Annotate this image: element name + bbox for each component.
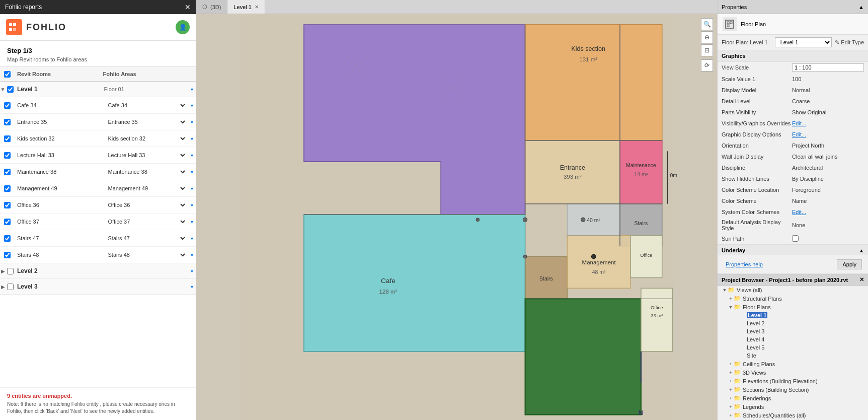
tree-item[interactable]: ▼📁Floor Plans — [718, 303, 868, 311]
tree-item[interactable]: Level 5 — [718, 343, 868, 352]
room-dropdown-arrow[interactable]: ▾ — [188, 136, 196, 142]
room-checkbox[interactable] — [4, 152, 11, 159]
tree-item[interactable]: +📁Ceiling Plans — [718, 360, 868, 368]
svg-text:Maintenance: Maintenance — [626, 163, 656, 168]
level-3-expand-icon[interactable]: ▶ — [1, 284, 5, 290]
tree-expand-icon[interactable]: + — [728, 379, 734, 384]
room-mapping-select[interactable]: Office 37 — [104, 217, 187, 226]
room-mapping-select[interactable]: Maintenance 38 — [104, 167, 187, 176]
room-mapping-select[interactable]: Stairs 48 — [104, 250, 187, 259]
room-checkbox[interactable] — [4, 235, 11, 242]
tab-level1-close-icon[interactable]: ✕ — [255, 4, 259, 10]
room-checkbox[interactable] — [4, 185, 11, 192]
close-icon[interactable]: ✕ — [185, 3, 191, 11]
room-mapping-select[interactable]: Office 36 — [104, 200, 187, 209]
user-avatar[interactable]: 👤 — [176, 20, 190, 34]
tree-expand-icon[interactable]: + — [728, 387, 734, 392]
level-1-checkbox[interactable] — [7, 86, 14, 93]
level-2-expand-icon[interactable]: ▶ — [1, 268, 5, 274]
prop-edit-link[interactable]: Edit... — [792, 209, 806, 215]
level-3-dropdown-arrow[interactable]: ▾ — [188, 284, 196, 290]
room-checkbox[interactable] — [4, 169, 11, 175]
room-dropdown-arrow[interactable]: ▾ — [188, 169, 196, 175]
tree-expand-icon[interactable]: + — [728, 404, 734, 409]
tab-level1[interactable]: Level 1 ✕ — [227, 0, 265, 14]
level-2-dropdown-arrow[interactable]: ▾ — [188, 268, 196, 274]
edit-type-button[interactable]: ✎ Edit Type — [835, 39, 864, 46]
room-mapping-select[interactable]: Lecture Hall 33 — [104, 151, 187, 160]
tree-expand-icon[interactable]: ▼ — [728, 305, 734, 310]
tree-item[interactable]: Level 4 — [718, 335, 868, 343]
tree-expand-icon[interactable]: + — [728, 413, 734, 418]
apply-button[interactable]: Apply — [837, 259, 862, 269]
zoom-out-button[interactable]: ⊖ — [701, 31, 713, 43]
room-checkbox[interactable] — [4, 102, 11, 109]
level-3-row[interactable]: ▶ Level 3 ▾ — [0, 279, 196, 295]
tree-item[interactable]: +📁Legends — [718, 402, 868, 411]
prop-label: View Scale — [722, 64, 792, 71]
room-dropdown-arrow[interactable]: ▾ — [188, 103, 196, 108]
tree-expand-icon[interactable]: + — [728, 396, 734, 401]
room-dropdown-arrow[interactable]: ▾ — [188, 153, 196, 158]
tree-expand-icon[interactable]: ▼ — [722, 288, 728, 293]
tree-item[interactable]: Level 2 — [718, 319, 868, 327]
tree-expand-icon[interactable]: + — [728, 296, 734, 301]
floor-plan-dropdown[interactable]: Level 1 — [775, 37, 832, 47]
prop-value-text: Name — [792, 198, 864, 204]
level-2-row[interactable]: ▶ Level 2 ▾ — [0, 263, 196, 279]
underlay-collapse-icon[interactable]: ▲ — [859, 248, 864, 253]
room-mapping-select[interactable]: Cafe 34 — [104, 101, 187, 110]
room-mapping-select[interactable]: Stairs 47 — [104, 234, 187, 243]
room-checkbox[interactable] — [4, 219, 11, 225]
tab-3d[interactable]: ⬡ (3D) — [196, 0, 227, 14]
level-1-expand-icon[interactable]: ▼ — [1, 87, 6, 92]
room-dropdown-arrow[interactable]: ▾ — [188, 186, 196, 191]
room-name: Maintenance 38 — [14, 167, 103, 176]
project-browser-close-icon[interactable]: ✕ — [859, 276, 864, 283]
room-dropdown-arrow[interactable]: ▾ — [188, 252, 196, 258]
prop-value-input[interactable] — [792, 63, 864, 72]
property-row: Detail Level Coarse — [718, 96, 868, 107]
sync-button[interactable]: ⟳ — [701, 59, 713, 72]
room-dropdown-arrow[interactable]: ▾ — [188, 202, 196, 208]
tree-item[interactable]: +📁Elevations (Building Elevation) — [718, 377, 868, 385]
tree-item[interactable]: ▼📁Views (all) — [718, 286, 868, 294]
select-all-checkbox[interactable] — [4, 71, 11, 78]
prop-label: Scale Value 1: — [722, 76, 792, 82]
room-checkbox[interactable] — [4, 135, 11, 142]
floor-plan-selector-label: Floor Plan: Level 1 — [722, 39, 772, 45]
room-mapping: Stairs 47 — [103, 232, 188, 244]
zoom-in-button[interactable]: 🔍 — [701, 18, 713, 30]
svg-text:128 m²: 128 m² — [379, 289, 398, 295]
tree-item[interactable]: +📁Renderings — [718, 394, 868, 402]
tree-item[interactable]: Level 3 — [718, 327, 868, 335]
level-3-checkbox[interactable] — [7, 284, 14, 290]
room-checkbox[interactable] — [4, 202, 11, 208]
room-mapping-select[interactable]: Kids section 32 — [104, 134, 187, 143]
tree-expand-icon[interactable]: + — [728, 370, 734, 375]
level-1-row[interactable]: ▼ Level 1 Floor 01 ▾ — [0, 82, 196, 97]
room-checkbox[interactable] — [4, 119, 11, 125]
room-dropdown-arrow[interactable]: ▾ — [188, 236, 196, 241]
underlay-header[interactable]: Underlay ▲ — [718, 245, 868, 255]
room-checkbox[interactable] — [4, 252, 11, 258]
tree-item[interactable]: +📁Schedules/Quantities (all) — [718, 411, 868, 419]
tree-item[interactable]: +📁3D Views — [718, 368, 868, 377]
tree-expand-icon[interactable]: + — [728, 362, 734, 367]
zoom-fit-button[interactable]: ⊡ — [701, 44, 713, 56]
prop-edit-link[interactable]: Edit... — [792, 120, 806, 126]
tree-item[interactable]: Level 1 — [718, 311, 868, 319]
properties-help-link[interactable]: Properties help — [722, 259, 767, 269]
tree-item[interactable]: +📁Sections (Building Section) — [718, 385, 868, 394]
tree-item[interactable]: +📁Structural Plans — [718, 294, 868, 303]
room-dropdown-arrow[interactable]: ▾ — [188, 219, 196, 225]
prop-edit-link[interactable]: Edit... — [792, 131, 806, 137]
room-mapping-select[interactable]: Management 49 — [104, 184, 187, 193]
tree-item[interactable]: Site — [718, 352, 868, 360]
room-mapping-select[interactable]: Entrance 35 — [104, 117, 187, 126]
level-1-dropdown-arrow[interactable]: ▾ — [188, 87, 196, 92]
room-dropdown-arrow[interactable]: ▾ — [188, 119, 196, 125]
level-2-checkbox[interactable] — [7, 268, 14, 274]
panel-collapse-icon[interactable]: ▲ — [858, 4, 864, 10]
prop-checkbox[interactable] — [792, 235, 799, 242]
